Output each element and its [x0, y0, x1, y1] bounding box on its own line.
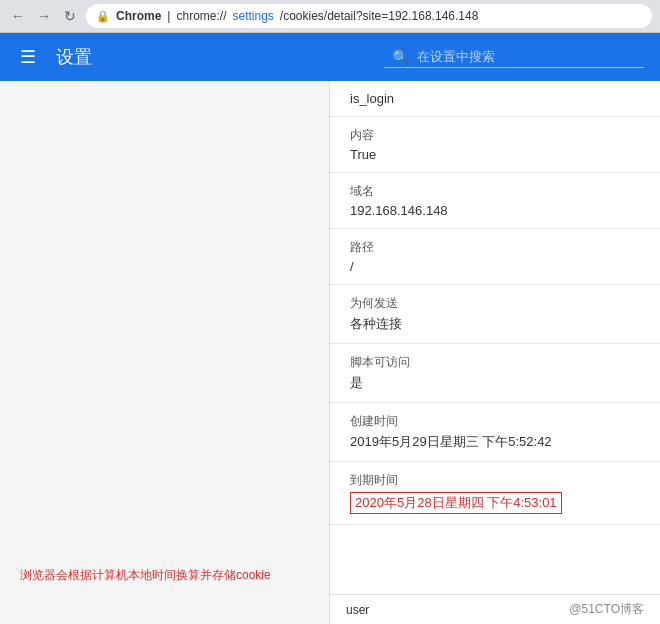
cookie-field-domain: 域名 192.168.146.148 [330, 173, 660, 229]
url-path: /cookies/detail?site=192.168.146.148 [280, 9, 479, 23]
cookie-details: is_login 内容 True 域名 192.168.146.148 路径 / [330, 81, 660, 594]
url-highlight: settings [232, 9, 273, 23]
cookie-created-label: 创建时间 [350, 413, 640, 430]
main-content: 浏览器会根据计算机本地时间换算并存储cookie is_login 内容 Tru… [0, 81, 660, 624]
cookie-content-value: True [350, 147, 640, 162]
sidebar: 浏览器会根据计算机本地时间换算并存储cookie [0, 81, 330, 624]
cookie-expires-value: 2020年5月28日星期四 下午4:53:01 [350, 492, 562, 514]
cookie-field-name: is_login [330, 81, 660, 117]
cookie-field-content: 内容 True [330, 117, 660, 173]
cookie-field-send: 为何发送 各种连接 [330, 285, 660, 344]
cookie-send-label: 为何发送 [350, 295, 640, 312]
cookie-field-path: 路径 / [330, 229, 660, 285]
cookie-name-value: is_login [350, 91, 640, 106]
search-bar: 🔍 [384, 47, 644, 68]
cookie-domain-value: 192.168.146.148 [350, 203, 640, 218]
cookie-send-value: 各种连接 [350, 315, 640, 333]
search-icon: 🔍 [392, 49, 409, 65]
bottom-bar-credit: @51CTO博客 [569, 601, 644, 618]
back-button[interactable]: ← [8, 6, 28, 26]
address-bar[interactable]: 🔒 Chrome | chrome://settings/cookies/det… [86, 4, 652, 28]
cookie-field-expires: 到期时间 2020年5月28日星期四 下午4:53:01 [330, 462, 660, 525]
sidebar-note: 浏览器会根据计算机本地时间换算并存储cookie [20, 567, 310, 584]
cookie-field-script: 脚本可访问 是 [330, 344, 660, 403]
url-separator: | [167, 9, 170, 23]
hamburger-icon[interactable]: ☰ [16, 45, 40, 69]
secure-icon: 🔒 [96, 10, 110, 23]
settings-header: ☰ 设置 🔍 [0, 33, 660, 81]
cookie-script-value: 是 [350, 374, 640, 392]
cookie-path-value: / [350, 259, 640, 274]
cookie-field-created: 创建时间 2019年5月29日星期三 下午5:52:42 [330, 403, 660, 462]
reload-button[interactable]: ↻ [60, 6, 80, 26]
cookie-domain-label: 域名 [350, 183, 640, 200]
cookie-created-value: 2019年5月29日星期三 下午5:52:42 [350, 433, 640, 451]
bottom-bar: user @51CTO博客 [330, 594, 660, 624]
settings-page: ☰ 设置 🔍 浏览器会根据计算机本地时间换算并存储cookie is_login… [0, 33, 660, 624]
url-prefix: chrome:// [176, 9, 226, 23]
search-input[interactable] [417, 49, 617, 64]
browser-chrome: ← → ↻ 🔒 Chrome | chrome://settings/cooki… [0, 0, 660, 33]
cookie-expires-label: 到期时间 [350, 472, 640, 489]
cookie-path-label: 路径 [350, 239, 640, 256]
cookie-script-label: 脚本可访问 [350, 354, 640, 371]
site-name: Chrome [116, 9, 161, 23]
bottom-bar-user: user [346, 603, 369, 617]
forward-button[interactable]: → [34, 6, 54, 26]
cookie-content-label: 内容 [350, 127, 640, 144]
content-area: is_login 内容 True 域名 192.168.146.148 路径 / [330, 81, 660, 624]
settings-title: 设置 [56, 45, 92, 69]
